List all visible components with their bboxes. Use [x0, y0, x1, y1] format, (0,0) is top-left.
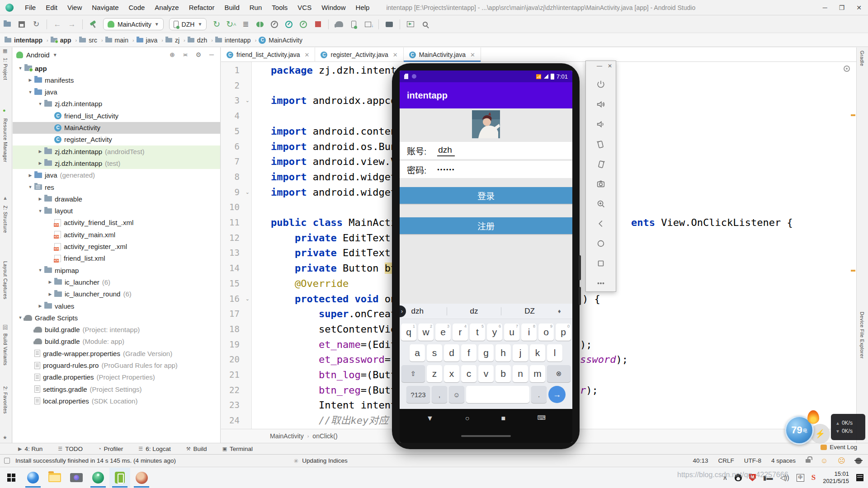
taskbar-emulator[interactable] — [109, 468, 130, 488]
profiler-icon[interactable] — [282, 19, 296, 30]
zoom-icon[interactable] — [595, 198, 606, 209]
fold-marker-icon[interactable]: ⌄ — [245, 93, 250, 108]
key-g[interactable]: g — [478, 344, 494, 361]
symbols-key[interactable]: ?123 — [406, 386, 430, 403]
key-y[interactable]: y6 — [487, 324, 502, 341]
chevron-down-icon[interactable]: ▼ — [17, 66, 24, 70]
back-icon[interactable]: ← — [51, 19, 64, 30]
chevron-down-icon[interactable]: ▼ — [27, 185, 33, 189]
key-j[interactable]: j — [513, 344, 528, 361]
register-button[interactable]: 注册 — [400, 217, 572, 234]
sogou-icon[interactable]: S — [811, 473, 816, 482]
filter-icon[interactable]: ≍ — [180, 51, 190, 58]
sad-face-icon[interactable]: ☹ — [838, 457, 845, 465]
stripe-resource-manager[interactable]: Resource Manager — [3, 118, 8, 162]
chevron-right-icon[interactable]: ▶ — [37, 304, 43, 308]
key-k[interactable]: k — [530, 344, 545, 361]
rotate-left-icon[interactable] — [595, 139, 606, 150]
stripe-device-file-explorer[interactable]: Device File Explorer — [859, 312, 865, 359]
indent-setting[interactable]: 4 spaces — [771, 457, 796, 464]
suggestion-DZ[interactable]: DZ — [524, 307, 535, 316]
chevron-right-icon[interactable]: ▶ — [37, 149, 43, 154]
taskbar-file-explorer[interactable] — [44, 468, 65, 488]
key-r[interactable]: r4 — [453, 324, 468, 341]
inspections-eye-icon[interactable] — [844, 66, 850, 72]
stripe-gradle[interactable]: Gradle — [859, 51, 865, 66]
key-a[interactable]: a — [410, 344, 425, 361]
tab-close-icon[interactable]: ✕ — [470, 52, 475, 58]
tree-item-gradle-wrapper.properties[interactable]: gradle-wrapper.properties(Gradle Version… — [13, 347, 221, 359]
search-everywhere-icon[interactable] — [418, 19, 432, 30]
period-key[interactable]: . — [531, 386, 547, 403]
structure-icon[interactable]: ▲ — [3, 195, 9, 202]
breadcrumb-item[interactable]: intentapp — [5, 37, 42, 44]
key-x[interactable]: x — [444, 365, 459, 382]
toolwindow-4-run[interactable]: ▶4: Run — [18, 446, 42, 452]
stop-icon[interactable] — [311, 19, 325, 30]
chevron-right-icon[interactable]: ▶ — [37, 161, 43, 165]
resource-manager-icon[interactable]: ● — [3, 108, 9, 114]
taskbar-screenshot[interactable] — [66, 468, 87, 488]
tree-item-zj.dzh.intentapp[interactable]: ▶zj.dzh.intentapp(androidTest) — [13, 145, 221, 157]
key-h[interactable]: h — [495, 344, 511, 361]
rotate-right-icon[interactable] — [595, 159, 606, 169]
breadcrumb-item[interactable]: CMainActivity — [259, 37, 302, 44]
device-select[interactable]: DZH▼ — [169, 18, 207, 30]
sync-icon[interactable]: ↻ — [29, 19, 43, 30]
breadcrumb-method[interactable]: onClick() — [312, 432, 337, 440]
breadcrumb-item[interactable]: intentapp — [215, 37, 251, 44]
tree-item-res[interactable]: ▼res — [13, 181, 221, 193]
nav-home-icon[interactable]: ○ — [465, 414, 470, 422]
toolwindow-toggle-icon[interactable] — [4, 458, 10, 464]
tree-item-layout[interactable]: ▼layout — [13, 205, 221, 217]
power-icon[interactable] — [595, 79, 606, 90]
key-l[interactable]: l — [547, 344, 562, 361]
toolwindow-build[interactable]: ⚒Build — [186, 446, 207, 452]
key-v[interactable]: v — [478, 365, 494, 382]
taskbar-android-studio[interactable] — [88, 468, 108, 488]
run-with-coverage-icon[interactable]: ≣ — [239, 19, 252, 30]
key-d[interactable]: d — [444, 344, 459, 361]
menu-analyze[interactable]: Analyze — [150, 0, 184, 15]
suggestion-dz[interactable]: dz — [470, 307, 478, 316]
attach-debugger-icon[interactable] — [297, 19, 310, 30]
menu-vcs[interactable]: VCS — [292, 0, 316, 15]
tree-item-activity_main.xml[interactable]: activity_main.xml — [13, 229, 221, 240]
maximize-button[interactable]: ❐ — [839, 4, 845, 11]
suggestion-dzh[interactable]: dzh — [411, 307, 423, 316]
event-log-button[interactable]: Event Log — [821, 444, 857, 450]
layout-capture-icon[interactable]: 回 — [3, 324, 9, 330]
tree-item-gradle.properties[interactable]: gradle.properties(Project Properties) — [13, 371, 221, 383]
login-button[interactable]: 登录 — [400, 187, 572, 204]
toolwindow-terminal[interactable]: ▣Terminal — [222, 446, 253, 452]
close-button[interactable]: ✕ — [856, 4, 862, 11]
key-q[interactable]: q1 — [401, 324, 416, 341]
stripe-layout-captures[interactable]: Layout Captures — [3, 261, 8, 300]
key-b[interactable]: b — [495, 365, 511, 382]
chevron-right-icon[interactable]: ▶ — [47, 292, 53, 296]
tree-item-friend_list.xml[interactable]: friend_list.xml — [13, 253, 221, 264]
fold-marker-icon[interactable]: ⌄ — [245, 185, 250, 200]
key-m[interactable]: m — [530, 365, 545, 382]
space-key[interactable] — [466, 386, 529, 403]
phone-screen[interactable]: 📶 7:01 intentapp 账号: dzh — [400, 70, 572, 443]
chevron-down-icon[interactable]: ▼ — [37, 102, 43, 106]
more-icon[interactable] — [595, 278, 606, 289]
gear-icon[interactable]: ⚙ — [193, 51, 203, 58]
menu-tools[interactable]: Tools — [267, 0, 292, 15]
emoji-key-icon[interactable]: ☺ — [449, 386, 464, 403]
tree-item-activity_register_.xml[interactable]: activity_register_.xml — [13, 241, 221, 253]
menu-edit[interactable]: Edit — [41, 0, 62, 15]
key-u[interactable]: u7 — [504, 324, 519, 341]
file-encoding[interactable]: UTF-8 — [744, 457, 761, 464]
nav-keyboard-icon[interactable]: ⌨ — [537, 414, 546, 422]
sdk-manager-icon[interactable] — [361, 19, 375, 30]
taskbar-browser[interactable] — [23, 468, 43, 488]
tree-item-ic_launcher_round[interactable]: ▶ic_launcher_round(6) — [13, 288, 221, 300]
battery-tray-icon[interactable]: ▮▬ — [763, 474, 773, 481]
key-i[interactable]: i8 — [521, 324, 537, 341]
chevron-down-icon[interactable]: ▼ — [17, 315, 24, 320]
chevron-right-icon[interactable]: ▶ — [47, 280, 53, 284]
tray-expand-icon[interactable]: ∧ — [723, 474, 727, 481]
layout-inspector-icon[interactable] — [404, 19, 417, 30]
